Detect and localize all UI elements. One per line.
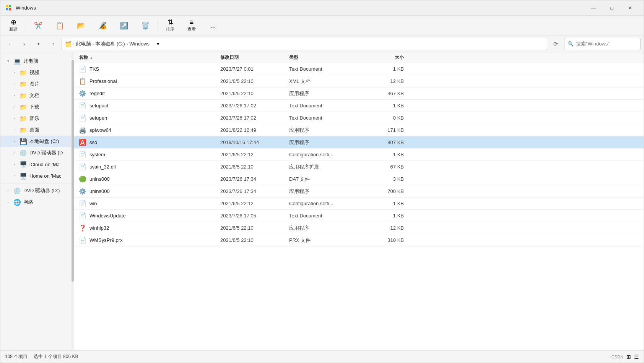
table-row[interactable]: 📄 TKS 2023/7/27 0:01 Text Document 1 KB xyxy=(74,63,644,75)
sidebar-item-computer[interactable]: ▾ 💻 此电脑 xyxy=(0,55,71,67)
file-size: 1 KB xyxy=(366,213,404,219)
breadcrumb-dropdown-button[interactable]: ▾ xyxy=(153,39,163,49)
sidebar-label-documents: 文档 xyxy=(29,92,39,99)
view-list-icon[interactable]: ☰ xyxy=(634,354,639,360)
table-row[interactable]: 📄 system 2021/6/5 22:12 Configuration se… xyxy=(74,149,644,161)
refresh-button[interactable]: ⟳ xyxy=(550,38,562,50)
file-list: 名称 ▲ 修改日期 类型 大小 📄 TKS 2023/7/27 0:01 Tex… xyxy=(74,52,644,350)
sidebar-item-pictures[interactable]: › 📁 图片 xyxy=(0,78,71,90)
new-button[interactable]: ⊕ 新建 xyxy=(3,17,23,34)
cut-button[interactable]: ✂️ xyxy=(28,17,48,34)
share-button[interactable]: ↗️ xyxy=(114,17,134,34)
table-row[interactable]: ⚙️ unins000 2023/7/26 17:34 应用程序 700 KB xyxy=(74,185,644,198)
file-date: 2021/6/5 22:12 xyxy=(220,152,289,157)
close-button[interactable]: ✕ xyxy=(621,2,639,14)
new-label: 新建 xyxy=(9,26,18,32)
title-bar-icon xyxy=(5,4,13,12)
sidebar-item-documents[interactable]: › 📁 文档 xyxy=(0,90,71,101)
file-date: 2021/6/5 22:10 xyxy=(220,225,289,231)
table-row[interactable]: 📄 twain_32.dll 2021/6/5 22:10 应用程序扩展 67 … xyxy=(74,161,644,173)
music-folder-icon: 📁 xyxy=(20,115,27,122)
sidebar-item-home[interactable]: › 🖥️ Home on 'Mac xyxy=(0,170,71,182)
sort-button[interactable]: ⇅ 排序 xyxy=(160,17,180,34)
table-row[interactable]: ⚙️ regedit 2021/6/5 22:10 应用程序 367 KB xyxy=(74,88,644,100)
forward-button[interactable]: › xyxy=(18,38,30,50)
sidebar-item-video[interactable]: › 📁 视频 xyxy=(0,67,71,78)
table-row[interactable]: 📄 WindowsUpdate 2023/7/26 17:05 Text Doc… xyxy=(74,210,644,222)
sidebar-item-dvd2[interactable]: › 💿 DVD 驱动器 (D:) xyxy=(0,185,71,196)
icloud-icon: 🖥️ xyxy=(20,161,27,168)
table-row[interactable]: 📄 setuperr 2023/7/26 17:02 Text Document… xyxy=(74,112,644,124)
paste-button[interactable]: 📂 xyxy=(71,17,91,34)
file-date: 2023/7/26 17:05 xyxy=(220,213,289,219)
up-button[interactable]: ↑ xyxy=(47,38,59,50)
view-button[interactable]: ≡ 查看 xyxy=(182,17,202,34)
column-size[interactable]: 大小 xyxy=(366,54,404,61)
sidebar-item-dvd[interactable]: › 💿 DVD 驱动器 (D xyxy=(0,147,71,159)
svg-rect-1 xyxy=(9,5,11,7)
view-toggle-icon[interactable]: ⊞ xyxy=(626,354,631,360)
file-name-cell: ⚙️ unins000 xyxy=(79,188,220,195)
file-date: 2019/10/16 17:44 xyxy=(220,139,289,145)
sidebar-label-home: Home on 'Mac xyxy=(29,173,61,179)
title-bar-controls: — □ ✕ xyxy=(585,2,639,14)
sidebar-item-icloud[interactable]: › 🖥️ iCloud on 'Ma xyxy=(0,159,71,170)
rename-icon: 🔏 xyxy=(98,22,107,29)
maximize-button[interactable]: □ xyxy=(603,2,621,14)
file-name-cell: 📄 WMSysPr9.prx xyxy=(79,237,220,244)
sidebar-label-pictures: 图片 xyxy=(29,81,39,88)
column-name[interactable]: 名称 ▲ xyxy=(79,54,220,61)
column-type[interactable]: 类型 xyxy=(289,54,366,61)
file-name-cell: 📄 system xyxy=(79,151,220,158)
table-row[interactable]: 🟢 unins000 2023/7/26 17:34 DAT 文件 3 KB xyxy=(74,173,644,185)
localc-drive-icon: 💾 xyxy=(20,138,27,145)
more-button[interactable]: ... xyxy=(203,17,223,34)
file-icon: 📄 xyxy=(79,151,86,158)
dropdown-button[interactable]: ▾ xyxy=(33,38,45,50)
file-name: twain_32.dll xyxy=(89,164,116,170)
table-row[interactable]: 📋 Professional 2021/6/5 22:10 XML 文档 12 … xyxy=(74,75,644,88)
file-size: 3 KB xyxy=(366,176,404,182)
window: Windows — □ ✕ ⊕ 新建 ✂️ 📋 📂 🔏 ↗️ 🗑️ xyxy=(0,0,644,363)
delete-button[interactable]: 🗑️ xyxy=(135,17,155,34)
table-row[interactable]: 📄 win 2021/6/5 22:12 Configuration setti… xyxy=(74,198,644,210)
status-brand: CSDN xyxy=(611,355,623,359)
table-row[interactable]: 📄 setupact 2023/7/26 17:02 Text Document… xyxy=(74,100,644,112)
rename-button[interactable]: 🔏 xyxy=(93,17,112,34)
sidebar-scrollbar-thumb xyxy=(72,60,74,282)
table-row[interactable]: 📄 WMSysPr9.prx 2021/6/5 22:10 PRX 文件 310… xyxy=(74,234,644,246)
sidebar-item-localc[interactable]: › 💾 本地磁盘 (C:) xyxy=(0,136,71,147)
sidebar-label-video: 视频 xyxy=(29,69,39,76)
address-bar: ‹ › ▾ ↑ 🗂️ › 此电脑 › 本地磁盘 (C:) › Windows ▾… xyxy=(0,36,644,52)
computer-icon: 💻 xyxy=(13,58,21,65)
file-name-cell: 📄 setupact xyxy=(79,102,220,109)
breadcrumb-computer[interactable]: 此电脑 xyxy=(76,41,91,47)
sidebar-item-music[interactable]: › 📁 音乐 xyxy=(0,113,71,124)
table-row[interactable]: ❓ winhlp32 2021/6/5 22:10 应用程序 12 KB xyxy=(74,222,644,234)
delete-icon: 🗑️ xyxy=(141,22,150,29)
breadcrumb-current[interactable]: Windows xyxy=(129,41,150,47)
file-name: winhlp32 xyxy=(89,225,109,231)
breadcrumb-drive[interactable]: 本地磁盘 (C:) xyxy=(95,41,125,47)
file-size: 807 KB xyxy=(366,139,404,145)
file-type: XML 文档 xyxy=(289,78,366,85)
file-date: 2021/6/5 22:10 xyxy=(220,164,289,170)
sidebar-label-downloads: 下载 xyxy=(29,104,39,110)
file-date: 2023/7/27 0:01 xyxy=(220,66,289,72)
column-date[interactable]: 修改日期 xyxy=(220,54,289,61)
file-icon: 📄 xyxy=(79,212,86,219)
sidebar-label-localc: 本地磁盘 (C:) xyxy=(29,138,59,145)
back-button[interactable]: ‹ xyxy=(3,38,16,50)
sidebar-scrollbar[interactable] xyxy=(71,52,74,350)
sidebar-item-desktop[interactable]: › 📁 桌面 xyxy=(0,124,71,136)
toggle-localc: › xyxy=(11,138,17,144)
table-row[interactable]: 🅰️ sso 2019/10/16 17:44 应用程序 807 KB xyxy=(74,136,644,149)
sidebar-item-network[interactable]: › 🌐 网络 xyxy=(0,196,71,208)
sidebar-item-downloads[interactable]: › 📁 下载 xyxy=(0,101,71,113)
file-name: regedit xyxy=(89,91,105,96)
minimize-button[interactable]: — xyxy=(585,2,602,14)
search-input[interactable] xyxy=(576,41,640,47)
copy-button[interactable]: 📋 xyxy=(50,17,70,34)
sidebar-label-dvd2: DVD 驱动器 (D:) xyxy=(23,187,60,194)
table-row[interactable]: 🖨️ splwow64 2021/8/22 12:49 应用程序 171 KB xyxy=(74,124,644,136)
